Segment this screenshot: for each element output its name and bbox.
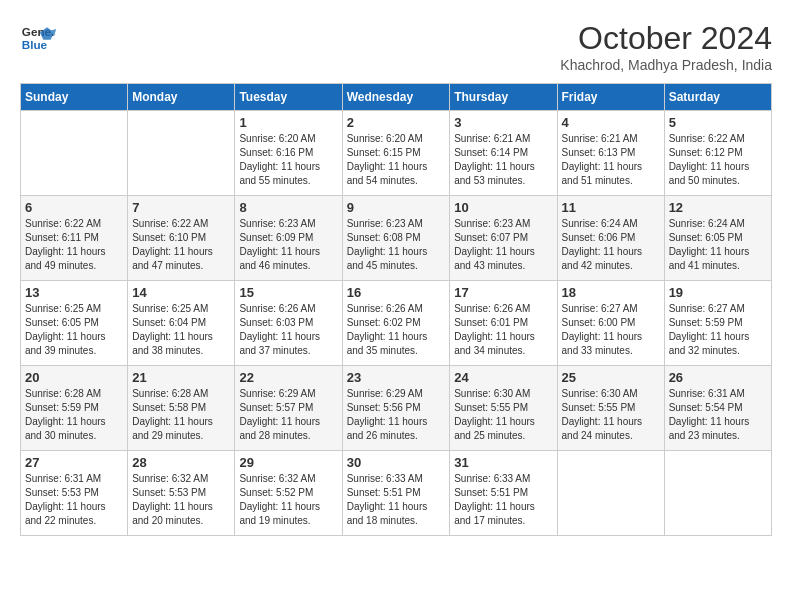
cell-info: Sunrise: 6:24 AM Sunset: 6:05 PM Dayligh…	[669, 217, 767, 273]
calendar-cell: 4Sunrise: 6:21 AM Sunset: 6:13 PM Daylig…	[557, 111, 664, 196]
day-number: 17	[454, 285, 552, 300]
calendar-cell: 18Sunrise: 6:27 AM Sunset: 6:00 PM Dayli…	[557, 281, 664, 366]
calendar-cell: 22Sunrise: 6:29 AM Sunset: 5:57 PM Dayli…	[235, 366, 342, 451]
cell-info: Sunrise: 6:29 AM Sunset: 5:57 PM Dayligh…	[239, 387, 337, 443]
day-number: 8	[239, 200, 337, 215]
calendar-cell: 11Sunrise: 6:24 AM Sunset: 6:06 PM Dayli…	[557, 196, 664, 281]
day-number: 5	[669, 115, 767, 130]
day-number: 28	[132, 455, 230, 470]
calendar-cell: 2Sunrise: 6:20 AM Sunset: 6:15 PM Daylig…	[342, 111, 450, 196]
day-number: 16	[347, 285, 446, 300]
day-header-tuesday: Tuesday	[235, 84, 342, 111]
calendar-cell: 12Sunrise: 6:24 AM Sunset: 6:05 PM Dayli…	[664, 196, 771, 281]
cell-info: Sunrise: 6:21 AM Sunset: 6:13 PM Dayligh…	[562, 132, 660, 188]
calendar-cell: 1Sunrise: 6:20 AM Sunset: 6:16 PM Daylig…	[235, 111, 342, 196]
calendar-cell: 31Sunrise: 6:33 AM Sunset: 5:51 PM Dayli…	[450, 451, 557, 536]
calendar-cell: 17Sunrise: 6:26 AM Sunset: 6:01 PM Dayli…	[450, 281, 557, 366]
day-number: 26	[669, 370, 767, 385]
cell-info: Sunrise: 6:25 AM Sunset: 6:05 PM Dayligh…	[25, 302, 123, 358]
cell-info: Sunrise: 6:33 AM Sunset: 5:51 PM Dayligh…	[454, 472, 552, 528]
cell-info: Sunrise: 6:26 AM Sunset: 6:02 PM Dayligh…	[347, 302, 446, 358]
day-number: 7	[132, 200, 230, 215]
day-number: 19	[669, 285, 767, 300]
calendar-cell: 13Sunrise: 6:25 AM Sunset: 6:05 PM Dayli…	[21, 281, 128, 366]
cell-info: Sunrise: 6:21 AM Sunset: 6:14 PM Dayligh…	[454, 132, 552, 188]
day-number: 14	[132, 285, 230, 300]
cell-info: Sunrise: 6:27 AM Sunset: 5:59 PM Dayligh…	[669, 302, 767, 358]
cell-info: Sunrise: 6:30 AM Sunset: 5:55 PM Dayligh…	[454, 387, 552, 443]
calendar-cell: 5Sunrise: 6:22 AM Sunset: 6:12 PM Daylig…	[664, 111, 771, 196]
day-number: 9	[347, 200, 446, 215]
calendar-cell: 26Sunrise: 6:31 AM Sunset: 5:54 PM Dayli…	[664, 366, 771, 451]
calendar-cell: 14Sunrise: 6:25 AM Sunset: 6:04 PM Dayli…	[128, 281, 235, 366]
calendar-cell: 16Sunrise: 6:26 AM Sunset: 6:02 PM Dayli…	[342, 281, 450, 366]
day-number: 18	[562, 285, 660, 300]
cell-info: Sunrise: 6:33 AM Sunset: 5:51 PM Dayligh…	[347, 472, 446, 528]
day-number: 22	[239, 370, 337, 385]
calendar-cell	[664, 451, 771, 536]
logo: General Blue	[20, 20, 60, 56]
calendar-cell: 7Sunrise: 6:22 AM Sunset: 6:10 PM Daylig…	[128, 196, 235, 281]
day-number: 4	[562, 115, 660, 130]
calendar-cell: 24Sunrise: 6:30 AM Sunset: 5:55 PM Dayli…	[450, 366, 557, 451]
calendar-cell: 27Sunrise: 6:31 AM Sunset: 5:53 PM Dayli…	[21, 451, 128, 536]
page-header: General Blue October 2024 Khachrod, Madh…	[20, 20, 772, 73]
day-header-friday: Friday	[557, 84, 664, 111]
cell-info: Sunrise: 6:24 AM Sunset: 6:06 PM Dayligh…	[562, 217, 660, 273]
logo-icon: General Blue	[20, 20, 56, 56]
calendar-cell: 30Sunrise: 6:33 AM Sunset: 5:51 PM Dayli…	[342, 451, 450, 536]
calendar-cell: 10Sunrise: 6:23 AM Sunset: 6:07 PM Dayli…	[450, 196, 557, 281]
cell-info: Sunrise: 6:28 AM Sunset: 5:58 PM Dayligh…	[132, 387, 230, 443]
cell-info: Sunrise: 6:22 AM Sunset: 6:11 PM Dayligh…	[25, 217, 123, 273]
calendar-cell: 21Sunrise: 6:28 AM Sunset: 5:58 PM Dayli…	[128, 366, 235, 451]
cell-info: Sunrise: 6:25 AM Sunset: 6:04 PM Dayligh…	[132, 302, 230, 358]
day-number: 23	[347, 370, 446, 385]
cell-info: Sunrise: 6:27 AM Sunset: 6:00 PM Dayligh…	[562, 302, 660, 358]
day-number: 31	[454, 455, 552, 470]
cell-info: Sunrise: 6:26 AM Sunset: 6:01 PM Dayligh…	[454, 302, 552, 358]
calendar-cell: 15Sunrise: 6:26 AM Sunset: 6:03 PM Dayli…	[235, 281, 342, 366]
calendar-cell	[128, 111, 235, 196]
day-header-sunday: Sunday	[21, 84, 128, 111]
title-area: October 2024 Khachrod, Madhya Pradesh, I…	[560, 20, 772, 73]
day-number: 12	[669, 200, 767, 215]
calendar-cell: 8Sunrise: 6:23 AM Sunset: 6:09 PM Daylig…	[235, 196, 342, 281]
calendar-table: SundayMondayTuesdayWednesdayThursdayFrid…	[20, 83, 772, 536]
calendar-cell: 9Sunrise: 6:23 AM Sunset: 6:08 PM Daylig…	[342, 196, 450, 281]
day-number: 29	[239, 455, 337, 470]
cell-info: Sunrise: 6:23 AM Sunset: 6:07 PM Dayligh…	[454, 217, 552, 273]
calendar-cell: 23Sunrise: 6:29 AM Sunset: 5:56 PM Dayli…	[342, 366, 450, 451]
day-header-wednesday: Wednesday	[342, 84, 450, 111]
day-number: 2	[347, 115, 446, 130]
day-header-thursday: Thursday	[450, 84, 557, 111]
day-number: 25	[562, 370, 660, 385]
day-number: 3	[454, 115, 552, 130]
day-number: 21	[132, 370, 230, 385]
cell-info: Sunrise: 6:31 AM Sunset: 5:53 PM Dayligh…	[25, 472, 123, 528]
cell-info: Sunrise: 6:30 AM Sunset: 5:55 PM Dayligh…	[562, 387, 660, 443]
day-header-saturday: Saturday	[664, 84, 771, 111]
day-number: 15	[239, 285, 337, 300]
day-number: 24	[454, 370, 552, 385]
cell-info: Sunrise: 6:23 AM Sunset: 6:08 PM Dayligh…	[347, 217, 446, 273]
cell-info: Sunrise: 6:32 AM Sunset: 5:53 PM Dayligh…	[132, 472, 230, 528]
month-title: October 2024	[560, 20, 772, 57]
cell-info: Sunrise: 6:28 AM Sunset: 5:59 PM Dayligh…	[25, 387, 123, 443]
day-header-monday: Monday	[128, 84, 235, 111]
cell-info: Sunrise: 6:29 AM Sunset: 5:56 PM Dayligh…	[347, 387, 446, 443]
calendar-cell: 29Sunrise: 6:32 AM Sunset: 5:52 PM Dayli…	[235, 451, 342, 536]
calendar-cell: 19Sunrise: 6:27 AM Sunset: 5:59 PM Dayli…	[664, 281, 771, 366]
cell-info: Sunrise: 6:31 AM Sunset: 5:54 PM Dayligh…	[669, 387, 767, 443]
day-number: 13	[25, 285, 123, 300]
cell-info: Sunrise: 6:20 AM Sunset: 6:15 PM Dayligh…	[347, 132, 446, 188]
calendar-cell: 20Sunrise: 6:28 AM Sunset: 5:59 PM Dayli…	[21, 366, 128, 451]
calendar-cell: 6Sunrise: 6:22 AM Sunset: 6:11 PM Daylig…	[21, 196, 128, 281]
day-number: 6	[25, 200, 123, 215]
calendar-cell: 25Sunrise: 6:30 AM Sunset: 5:55 PM Dayli…	[557, 366, 664, 451]
cell-info: Sunrise: 6:26 AM Sunset: 6:03 PM Dayligh…	[239, 302, 337, 358]
day-number: 20	[25, 370, 123, 385]
cell-info: Sunrise: 6:23 AM Sunset: 6:09 PM Dayligh…	[239, 217, 337, 273]
cell-info: Sunrise: 6:20 AM Sunset: 6:16 PM Dayligh…	[239, 132, 337, 188]
calendar-cell	[21, 111, 128, 196]
calendar-cell: 3Sunrise: 6:21 AM Sunset: 6:14 PM Daylig…	[450, 111, 557, 196]
